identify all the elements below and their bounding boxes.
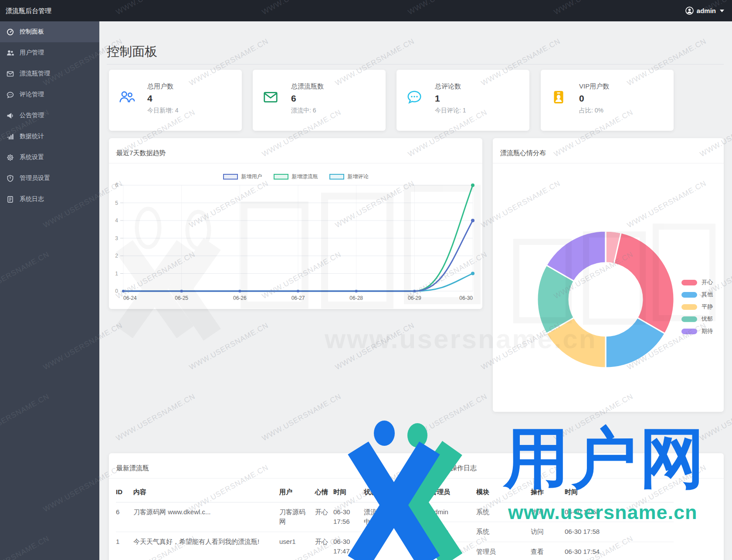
watermark-tile: WWW.USERSNAME.CN xyxy=(334,321,416,372)
legend-swatch xyxy=(681,292,697,298)
legend-label: 其他 xyxy=(702,291,713,299)
table-cell: admin xyxy=(430,542,476,560)
table-cell: 06-30 17:56 xyxy=(333,502,364,532)
mood-legend-item-忧郁[interactable]: 忧郁 xyxy=(681,315,713,323)
card-divider xyxy=(109,478,414,479)
column-header: 时间 xyxy=(333,484,364,502)
svg-text:06-29: 06-29 xyxy=(408,295,421,301)
stat-chat-icon xyxy=(406,89,423,105)
legend-swatch xyxy=(223,174,238,180)
column-header: 模块 xyxy=(476,484,531,502)
sidebar-item-5[interactable]: 公告管理 xyxy=(0,105,99,126)
mood-chart-card: 漂流瓶心情分布 开心其他平静忧郁期待 xyxy=(493,138,724,412)
svg-text:06-27: 06-27 xyxy=(291,295,305,301)
page-title: 控制面板 xyxy=(107,43,157,61)
table-cell: 06-30 17:58 xyxy=(565,522,674,542)
table-cell: 6 xyxy=(116,502,133,532)
sidebar-item-3[interactable]: 漂流瓶管理 xyxy=(0,63,99,84)
legend-swatch xyxy=(681,304,697,310)
sidebar-item-label: 管理员设置 xyxy=(20,174,50,182)
svg-text:06-30: 06-30 xyxy=(459,295,473,301)
table-cell: 刀客源码网 xyxy=(279,502,315,532)
trend-chart-title: 最近7天数据趋势 xyxy=(116,149,166,157)
svg-text:3: 3 xyxy=(115,235,118,241)
table-cell: 系统 xyxy=(476,522,531,542)
sidebar-item-8[interactable]: 管理员设置 xyxy=(0,168,99,189)
column-header: 操作 xyxy=(531,484,565,502)
stat-envelope-icon xyxy=(262,89,279,105)
svg-text:5: 5 xyxy=(115,200,118,206)
table-cell: 06-30 17:58 xyxy=(565,502,674,522)
mood-legend-item-平静[interactable]: 平静 xyxy=(681,303,713,311)
table-row: 6刀客源码网 www.dkewl.c...刀客源码网开心06-30 17:56漂… xyxy=(116,502,386,532)
table-cell: 漂流中 xyxy=(364,502,386,532)
latest-bottles-title: 最新漂流瓶 xyxy=(116,464,149,472)
legend-item-新增用户[interactable]: 新增用户 xyxy=(223,173,262,180)
sidebar-item-label: 用户管理 xyxy=(20,49,44,57)
table-cell: 刀客源码网 www.dkewl.c... xyxy=(133,502,279,532)
stat-users-icon xyxy=(119,89,135,105)
mood-chart-title: 漂流瓶心情分布 xyxy=(500,149,546,157)
watermark-tile: WWW.USERSNAME.CN xyxy=(115,392,197,443)
legend-label: 开心 xyxy=(702,278,713,286)
column-header: ID xyxy=(116,484,133,502)
table-cell: 06-30 17:47 xyxy=(333,532,364,560)
user-menu[interactable]: admin xyxy=(685,0,724,21)
stat-title: VIP用户数 xyxy=(579,82,609,91)
donut-chart-legend: 开心其他平静忧郁期待 xyxy=(681,278,713,335)
column-header: 时间 xyxy=(565,484,674,502)
svg-text:6: 6 xyxy=(115,182,118,188)
card-divider xyxy=(493,163,724,163)
sidebar-item-6[interactable]: 数据统计 xyxy=(0,126,99,147)
stat-sub: 漂流中: 6 xyxy=(291,107,316,115)
table-cell: admin xyxy=(430,522,476,542)
mood-legend-item-期待[interactable]: 期待 xyxy=(681,327,713,335)
stat-sub: 占比: 0% xyxy=(579,107,603,115)
watermark-tile: WWW.USERSNAME.CN xyxy=(188,321,270,372)
mood-legend-item-开心[interactable]: 开心 xyxy=(681,278,713,286)
svg-text:4: 4 xyxy=(115,217,118,224)
donut-chart xyxy=(493,138,724,412)
svg-text:06-24: 06-24 xyxy=(123,295,137,301)
legend-swatch xyxy=(329,174,344,180)
table-header-row: ID内容用户心情时间状态 xyxy=(116,484,386,502)
stat-card-3: 总评论数1今日评论: 1 xyxy=(396,70,529,131)
sidebar-item-1[interactable]: 控制面板 xyxy=(0,21,99,42)
table-cell: 06-30 17:54 xyxy=(565,542,674,560)
title-divider xyxy=(107,64,724,64)
table-cell: admin xyxy=(430,502,476,522)
legend-item-新增漂流瓶[interactable]: 新增漂流瓶 xyxy=(274,173,318,180)
legend-label: 期待 xyxy=(702,327,713,335)
table-cell: 查看 xyxy=(531,542,565,560)
svg-text:06-25: 06-25 xyxy=(175,295,188,301)
stat-title: 总漂流瓶数 xyxy=(291,82,324,91)
table-row: admin系统访问06-30 17:58 xyxy=(430,522,674,542)
sidebar: 控制面板用户管理漂流瓶管理评论管理公告管理数据统计系统设置管理员设置系统日志 xyxy=(0,21,99,560)
sidebar-item-9[interactable]: 系统日志 xyxy=(0,189,99,210)
stat-value: 4 xyxy=(147,93,152,104)
settings-icon xyxy=(7,154,14,161)
comment-icon xyxy=(7,91,14,98)
mood-legend-item-其他[interactable]: 其他 xyxy=(681,291,713,299)
admin-logs-table: 管理员模块操作时间admin系统访问06-30 17:58admin系统访问06… xyxy=(430,484,674,560)
table-cell: 1 xyxy=(116,532,133,560)
legend-item-新增评论[interactable]: 新增评论 xyxy=(329,173,369,180)
table-row: admin系统访问06-30 17:58 xyxy=(430,502,674,522)
sidebar-item-7[interactable]: 系统设置 xyxy=(0,147,99,168)
stat-value: 6 xyxy=(291,93,296,104)
sidebar-item-label: 漂流瓶管理 xyxy=(20,70,50,78)
sidebar-item-2[interactable]: 用户管理 xyxy=(0,42,99,63)
trend-chart-card: 最近7天数据趋势 新增用户新增漂流瓶新增评论 012345606-2406-25… xyxy=(109,138,482,309)
admin-logs-card: 管理员操作日志 管理员模块操作时间admin系统访问06-30 17:58adm… xyxy=(424,453,724,560)
admin-logs-title: 管理员操作日志 xyxy=(431,464,477,472)
sidebar-item-4[interactable]: 评论管理 xyxy=(0,84,99,105)
table-cell: user1 xyxy=(279,532,315,560)
sidebar-item-label: 数据统计 xyxy=(20,132,44,140)
users-icon xyxy=(7,49,14,57)
legend-swatch xyxy=(681,329,697,334)
legend-swatch xyxy=(274,174,288,180)
legend-swatch xyxy=(681,316,697,322)
table-row: 1今天天气真好，希望能有人看到我的漂流瓶!user1开心06-30 17:47漂… xyxy=(116,532,386,560)
sidebar-item-label: 系统设置 xyxy=(20,153,44,161)
watermark-tile: WWW.USERSNAME.CN xyxy=(407,392,489,443)
